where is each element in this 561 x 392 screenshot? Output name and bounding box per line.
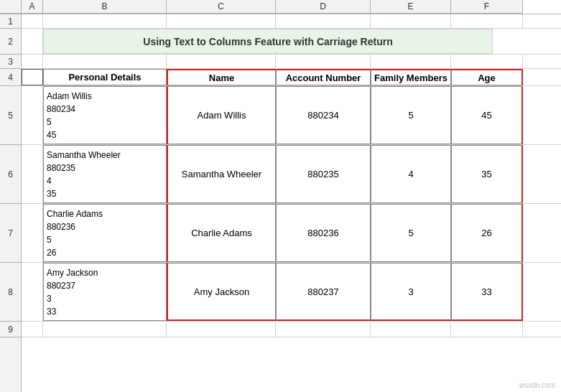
cell-b3[interactable] (43, 55, 167, 68)
cell-a8[interactable] (22, 263, 43, 321)
header-age: Age (451, 69, 523, 85)
cell-b7-personal[interactable]: Charlie Adams 880236 5 26 (43, 204, 167, 262)
cell-a9[interactable] (22, 322, 43, 337)
row-num-6: 6 (0, 145, 21, 204)
cell-c9[interactable] (167, 322, 276, 337)
cell-f3[interactable] (451, 55, 523, 68)
row-numbers: 1 2 3 4 5 6 7 8 9 (0, 14, 22, 392)
column-headers: A B C D E F (0, 0, 561, 14)
spreadsheet: A B C D E F 1 2 3 4 5 6 7 8 9 (0, 0, 561, 392)
grid-content: Using Text to Columns Feature with Carri… (22, 14, 561, 392)
cell-c8-name[interactable]: Amy Jackson (167, 263, 276, 321)
watermark: wsxdn.com (519, 381, 555, 389)
col-header-c: C (167, 0, 276, 14)
personal-adam: Adam Willis 880234 5 45 (47, 90, 92, 141)
row-7-charlie: Charlie Adams 880236 5 26 Charlie Adams … (22, 204, 561, 263)
row-4-headers: Personal Details Name Account Number Fam… (22, 69, 561, 86)
cell-b6-personal[interactable]: Samantha Wheeler 880235 4 35 (43, 145, 167, 203)
cell-b1[interactable] (43, 14, 167, 28)
header-name: Name (167, 69, 276, 85)
row-6-samantha: Samantha Wheeler 880235 4 35 Samantha Wh… (22, 145, 561, 204)
title-cell: Using Text to Columns Feature with Carri… (43, 29, 493, 54)
spreadsheet-title: Using Text to Columns Feature with Carri… (143, 36, 392, 47)
cell-d9[interactable] (276, 322, 371, 337)
row-num-8: 8 (0, 263, 21, 322)
personal-amy: Amy Jackson 880237 3 33 (47, 266, 98, 318)
col-header-b: B (43, 0, 167, 14)
cell-d1[interactable] (276, 14, 371, 28)
cell-e7-family[interactable]: 5 (371, 204, 451, 262)
corner-cell (0, 0, 22, 14)
header-family-members: Family Members (371, 69, 451, 85)
cell-f8-age[interactable]: 33 (451, 263, 523, 321)
row-2-title: Using Text to Columns Feature with Carri… (22, 29, 561, 55)
header-account-number: Account Number (276, 69, 371, 85)
cell-c5-name[interactable]: Adam Willis (167, 86, 276, 144)
row-num-9: 9 (0, 322, 21, 337)
cell-f1[interactable] (451, 14, 523, 28)
grid-body: 1 2 3 4 5 6 7 8 9 (0, 14, 561, 392)
cell-d5-acct[interactable]: 880234 (276, 86, 371, 144)
col-header-f: F (451, 0, 523, 14)
col-header-e: E (371, 0, 451, 14)
cell-d3[interactable] (276, 55, 371, 68)
cell-f9[interactable] (451, 322, 523, 337)
cell-b5-personal[interactable]: Adam Willis 880234 5 45 (43, 86, 167, 144)
personal-samantha: Samantha Wheeler 880235 4 35 (47, 149, 121, 200)
cell-e1[interactable] (371, 14, 451, 28)
cell-a4[interactable] (22, 69, 43, 85)
cell-e3[interactable] (371, 55, 451, 68)
row-1 (22, 14, 561, 29)
cell-c1[interactable] (167, 14, 276, 28)
row-num-3: 3 (0, 55, 21, 69)
cell-f6-age[interactable]: 35 (451, 145, 523, 203)
cell-c6-name[interactable]: Samantha Wheeler (167, 145, 276, 203)
cell-e8-family[interactable]: 3 (371, 263, 451, 321)
cell-a6[interactable] (22, 145, 43, 203)
row-num-1: 1 (0, 14, 21, 29)
col-header-d: D (276, 0, 371, 14)
cell-e9[interactable] (371, 322, 451, 337)
cell-f7-age[interactable]: 26 (451, 204, 523, 262)
row-3 (22, 55, 561, 69)
cell-a1[interactable] (22, 14, 43, 28)
col-header-a: A (22, 0, 43, 14)
cell-a5[interactable] (22, 86, 43, 144)
cell-b8-personal[interactable]: Amy Jackson 880237 3 33 (43, 263, 167, 321)
cell-b9[interactable] (43, 322, 167, 337)
row-num-4: 4 (0, 69, 21, 86)
personal-charlie: Charlie Adams 880236 5 26 (47, 207, 103, 259)
cell-d6-acct[interactable]: 880235 (276, 145, 371, 203)
row-num-5: 5 (0, 86, 21, 145)
cell-c7-name[interactable]: Charlie Adams (167, 204, 276, 262)
cell-e5-family[interactable]: 5 (371, 86, 451, 144)
row-8-amy: Amy Jackson 880237 3 33 Amy Jackson 8802… (22, 263, 561, 322)
cell-a7[interactable] (22, 204, 43, 262)
header-personal-details: Personal Details (43, 69, 167, 85)
cell-f5-age[interactable]: 45 (451, 86, 523, 144)
row-num-7: 7 (0, 204, 21, 263)
cell-a3[interactable] (22, 55, 43, 68)
cell-d8-acct[interactable]: 880237 (276, 263, 371, 321)
cell-e6-family[interactable]: 4 (371, 145, 451, 203)
cell-d7-acct[interactable]: 880236 (276, 204, 371, 262)
cell-a2[interactable] (22, 29, 43, 54)
row-5-adam: Adam Willis 880234 5 45 Adam Willis 8802… (22, 86, 561, 145)
cell-c3[interactable] (167, 55, 276, 68)
row-9 (22, 322, 561, 337)
row-num-2: 2 (0, 29, 21, 55)
